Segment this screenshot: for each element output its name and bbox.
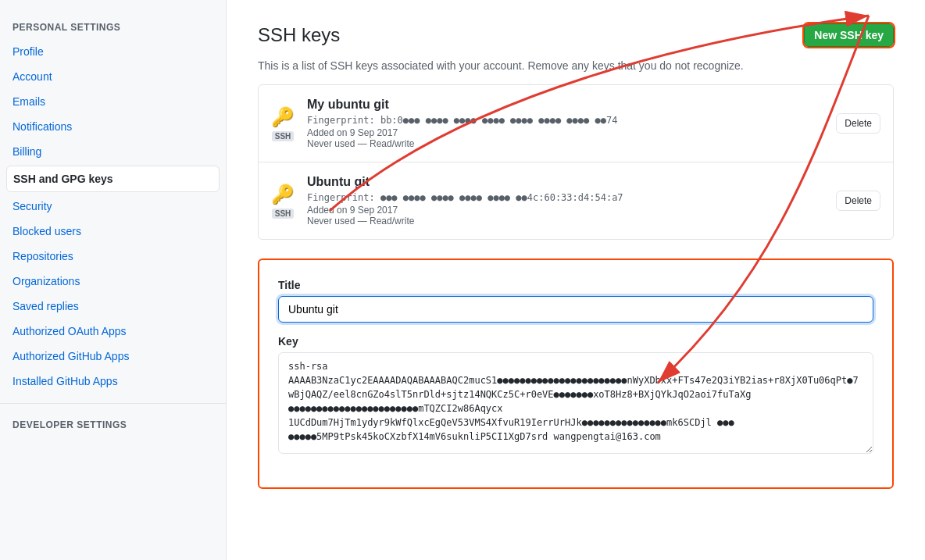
sidebar-item-saved-replies[interactable]: Saved replies <box>0 294 226 319</box>
sidebar-item-security[interactable]: Security <box>0 194 226 219</box>
description-text: This is a list of SSH keys associated wi… <box>258 59 894 72</box>
key-fingerprint-2: Fingerprint: ●●● ●●●● ●●●● ●●●● ●●●● ●●4… <box>307 192 836 203</box>
personal-settings-heading: Personal settings <box>0 16 226 39</box>
key-info: My ubuntu git Fingerprint: bb:0●●● ●●●● … <box>307 98 836 149</box>
sidebar-item-billing[interactable]: Billing <box>0 139 226 164</box>
ssh-badge-2: SSH <box>272 209 295 219</box>
ssh-badge: SSH <box>272 131 295 141</box>
title-label: Title <box>278 279 873 291</box>
add-key-form: Title Key <box>258 259 894 489</box>
table-row: 🔑 SSH My ubuntu git Fingerprint: bb:0●●●… <box>259 85 893 162</box>
new-ssh-key-button[interactable]: New SSH key <box>804 23 894 47</box>
key-usage: Never used — Read/write <box>307 138 836 149</box>
key-added: Added on 9 Sep 2017 <box>307 127 836 138</box>
sidebar-item-blocked-users[interactable]: Blocked users <box>0 219 226 244</box>
developer-settings-heading: Developer settings <box>0 413 226 437</box>
key-icon-wrap: 🔑 SSH <box>271 106 295 141</box>
key-name-2: Ubuntu git <box>307 175 836 189</box>
sidebar-item-repositories[interactable]: Repositories <box>0 244 226 269</box>
key-fingerprint: Fingerprint: bb:0●●● ●●●● ●●●● ●●●● ●●●●… <box>307 115 836 126</box>
sidebar-item-notifications[interactable]: Notifications <box>0 114 226 139</box>
main-header: SSH keys New SSH key <box>258 23 894 47</box>
sidebar-item-authorized-github-apps[interactable]: Authorized GitHub Apps <box>0 344 226 369</box>
delete-key-button-2[interactable]: Delete <box>836 191 880 211</box>
sidebar-item-ssh-gpg-keys[interactable]: SSH and GPG keys <box>6 166 220 192</box>
delete-key-button-1[interactable]: Delete <box>836 113 880 134</box>
key-icon: 🔑 <box>271 106 295 128</box>
sidebar-item-profile[interactable]: Profile <box>0 39 226 64</box>
main-content: SSH keys New SSH key This is a list of S… <box>227 0 925 560</box>
ssh-keys-list: 🔑 SSH My ubuntu git Fingerprint: bb:0●●●… <box>258 84 894 240</box>
title-input[interactable] <box>278 296 873 323</box>
key-label: Key <box>278 335 873 348</box>
sidebar-item-account[interactable]: Account <box>0 64 226 89</box>
key-info-2: Ubuntu git Fingerprint: ●●● ●●●● ●●●● ●●… <box>307 175 836 226</box>
page-title: SSH keys <box>258 24 340 46</box>
key-usage-2: Never used — Read/write <box>307 216 836 226</box>
sidebar-item-emails[interactable]: Emails <box>0 89 226 114</box>
key-added-2: Added on 9 Sep 2017 <box>307 205 836 216</box>
sidebar-item-organizations[interactable]: Organizations <box>0 269 226 294</box>
key-icon-wrap-2: 🔑 SSH <box>271 184 295 219</box>
sidebar-divider <box>0 403 226 404</box>
title-form-group: Title <box>278 279 873 323</box>
key-name: My ubuntu git <box>307 98 836 112</box>
key-icon-2: 🔑 <box>271 184 295 205</box>
sidebar: Personal settings Profile Account Emails… <box>0 0 227 560</box>
table-row: 🔑 SSH Ubuntu git Fingerprint: ●●● ●●●● ●… <box>259 162 893 239</box>
key-textarea[interactable] <box>278 352 873 454</box>
sidebar-item-installed-github-apps[interactable]: Installed GitHub Apps <box>0 369 226 394</box>
sidebar-item-authorized-oauth-apps[interactable]: Authorized OAuth Apps <box>0 319 226 344</box>
key-form-group: Key <box>278 335 873 456</box>
